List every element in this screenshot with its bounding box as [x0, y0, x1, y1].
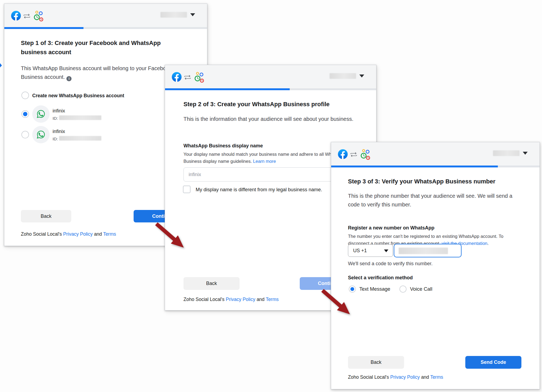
legal-line: Zoho Social Local's Privacy Policy and T… [21, 231, 116, 237]
info-icon[interactable] [66, 76, 72, 81]
caret-down-icon [359, 74, 364, 77]
progress-bar-fill [4, 27, 83, 29]
whatsapp-avatar [32, 105, 50, 123]
account-name: infinix [53, 108, 65, 114]
zoho-social-logo-icon [360, 149, 371, 160]
caret-down-icon [523, 152, 528, 155]
phone-number-input[interactable] [394, 244, 462, 257]
redacted-account-id [59, 136, 101, 141]
step-description: This is the information that your audien… [183, 115, 362, 123]
caret-down-icon [384, 250, 388, 252]
redacted-account-name [160, 12, 187, 18]
whatsapp-icon [36, 109, 46, 119]
progress-bar-fill [331, 166, 498, 167]
sync-arrows-icon [23, 14, 30, 19]
flow-arrow-step1-to-step2 [150, 220, 194, 255]
display-name-help-line2: Business display name guidelines. Learn … [183, 158, 276, 165]
learn-more-link[interactable]: Learn more [253, 159, 276, 164]
account-name: infinix [53, 129, 65, 134]
page-title: Step 2 of 3: Create your WhatsApp Busine… [183, 100, 330, 109]
whatsapp-icon [36, 130, 46, 139]
dialog-header [331, 142, 540, 166]
back-button[interactable]: Back [348, 356, 404, 369]
display-name-label: WhatsApp Business display name [183, 143, 263, 149]
redacted-account-name [330, 73, 356, 79]
different-legal-name-checkbox[interactable] [183, 186, 191, 193]
flow-arrow-step2-to-step3 [317, 287, 360, 322]
account-menu[interactable] [160, 12, 195, 18]
create-new-account-label: Create new WhatsApp Business account [32, 93, 124, 99]
zoho-social-logo-icon [34, 10, 44, 22]
send-code-note: We'll send a code to verify this number. [348, 261, 433, 267]
register-number-label: Register a new number on WhatsApp [348, 225, 434, 231]
register-help-line1: The number you enter can't be registered… [348, 233, 503, 240]
page-title: Step 1 of 3: Create your Facebook and Wh… [21, 38, 183, 57]
dialog-step-3: Step 3 of 3: Verify your WhatsApp Busine… [331, 142, 540, 389]
radio-create-new-account[interactable] [21, 92, 29, 99]
progress-bar [4, 27, 207, 29]
whatsapp-avatar [32, 126, 50, 143]
facebook-logo-icon [338, 149, 348, 159]
progress-bar-fill [165, 88, 290, 90]
privacy-policy-link[interactable]: Privacy Policy [390, 374, 420, 380]
privacy-policy-link[interactable]: Privacy Policy [63, 231, 93, 237]
redacted-account-name [493, 150, 520, 156]
edge-artifact-blue [0, 63, 2, 67]
terms-link[interactable]: Terms [430, 374, 443, 380]
step-description: This is the phone number that your audie… [348, 192, 521, 209]
back-button[interactable]: Back [183, 277, 240, 290]
radio-voice-call[interactable] [399, 286, 406, 293]
facebook-logo-icon [11, 11, 21, 21]
embedded-signup-flow: Step 1 of 3: Create your Facebook and Wh… [0, 0, 542, 392]
terms-link[interactable]: Terms [266, 297, 279, 302]
terms-link[interactable]: Terms [103, 231, 116, 237]
account-menu[interactable] [492, 150, 528, 157]
sync-arrows-icon [184, 75, 191, 80]
send-code-button[interactable]: Send Code [465, 356, 521, 369]
step-description: This WhatsApp Business account will belo… [21, 64, 173, 81]
country-code-select[interactable]: US +1 [348, 244, 393, 257]
text-message-label: Text Message [359, 286, 390, 292]
radio-account-2[interactable] [21, 131, 29, 138]
progress-bar [165, 88, 376, 90]
zoho-social-logo-icon [194, 72, 205, 83]
different-legal-name-label: My display name is different from my leg… [196, 187, 322, 193]
privacy-policy-link[interactable]: Privacy Policy [226, 297, 255, 302]
account-id-label: ID: [53, 137, 58, 141]
country-code-value: US +1 [353, 248, 367, 254]
legal-line: Zoho Social Local's Privacy Policy and T… [348, 374, 443, 380]
caret-down-icon [190, 13, 195, 16]
dialog-header [4, 4, 207, 27]
back-button[interactable]: Back [21, 210, 71, 222]
progress-bar [331, 166, 540, 167]
sync-arrows-icon [350, 152, 357, 157]
voice-call-label: Voice Call [410, 286, 432, 292]
redacted-phone-number [399, 248, 448, 254]
redacted-account-id [59, 115, 101, 120]
account-menu[interactable] [329, 73, 364, 79]
display-name-help-line1: Your display name should match your busi… [183, 151, 346, 158]
radio-account-1[interactable] [21, 110, 29, 118]
account-id-label: ID: [53, 116, 58, 121]
facebook-logo-icon [172, 72, 182, 82]
legal-line: Zoho Social Local's Privacy Policy and T… [183, 297, 279, 302]
verification-method-label: Select a verification method [348, 275, 413, 281]
page-title: Step 3 of 3: Verify your WhatsApp Busine… [348, 177, 495, 186]
dialog-header [165, 65, 376, 88]
